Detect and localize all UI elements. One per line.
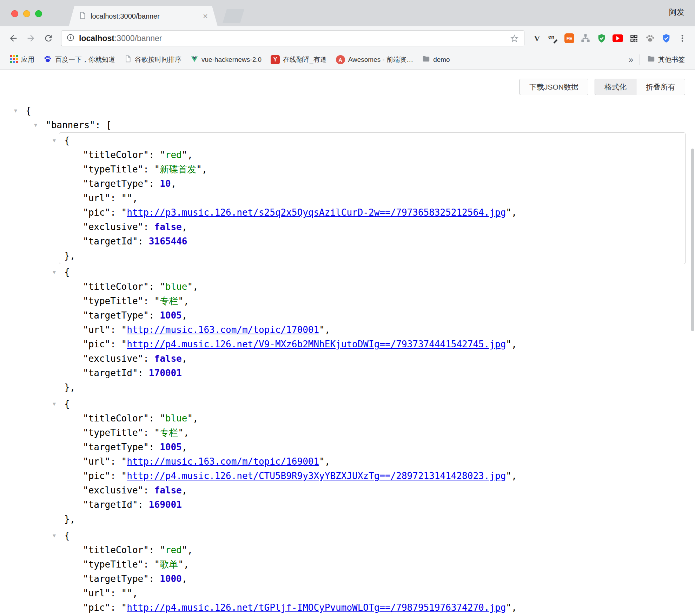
qrcode-extension-icon[interactable] (628, 32, 640, 45)
format-collapse-group: 格式化 折叠所有 (595, 79, 685, 95)
bookmark-baidu[interactable]: 百度一下，你就知道 (39, 53, 120, 67)
bookmark-awesomes[interactable]: A Awesomes - 前端资… (331, 53, 418, 67)
json-property: "targetId": 169001 (59, 498, 685, 512)
new-tab-button[interactable] (223, 9, 244, 23)
json-punctuation: : (110, 471, 121, 481)
bookmark-demo-folder[interactable]: demo (418, 53, 455, 67)
browser-tab[interactable]: localhost:3000/banner × (69, 6, 218, 26)
json-punctuation: , (187, 545, 193, 555)
json-property: "targetType": 1005, (59, 308, 685, 323)
json-string-value: 专栏 (160, 427, 178, 438)
page-icon (124, 55, 132, 64)
green-shield-extension-icon[interactable] (595, 32, 608, 45)
collapse-toggle-icon[interactable]: ▼ (53, 397, 56, 411)
tab-close-icon[interactable]: × (203, 12, 208, 20)
back-button[interactable] (6, 31, 20, 45)
json-punctuation: " (121, 339, 127, 349)
page-info-icon[interactable] (66, 33, 75, 43)
reload-button[interactable] (41, 31, 55, 45)
json-object-open: ▼{ (59, 529, 685, 543)
page-content: 下载JSON数据 格式化 折叠所有 ▼{▼"banners": [▼{"titl… (0, 70, 695, 616)
json-url-link[interactable]: http://p3.music.126.net/s25q2x5QyqsAzilC… (127, 207, 506, 218)
format-button[interactable]: 格式化 (595, 79, 636, 95)
json-punctuation: : (110, 207, 121, 218)
minimize-window-button[interactable] (23, 10, 30, 17)
youtube-extension-icon[interactable] (611, 32, 624, 45)
json-punctuation: " (154, 427, 160, 438)
url-path: :3000/banner (114, 34, 162, 43)
json-url-link[interactable]: http://music.163.com/m/topic/170001 (127, 325, 319, 335)
json-key: "targetType" (83, 178, 149, 189)
json-key: "banners" (46, 120, 95, 130)
json-punctuation: , (193, 413, 198, 424)
translate-extension-icon[interactable]: en (547, 32, 560, 45)
json-url-link[interactable]: http://p4.music.126.net/tGPljf-IMOCyPvum… (127, 602, 506, 613)
json-punctuation: , (132, 193, 138, 203)
collapse-toggle-icon[interactable]: ▼ (53, 265, 56, 280)
json-punctuation: : (143, 164, 154, 175)
address-bar[interactable]: localhost:3000/banner (61, 30, 524, 46)
vimium-extension-icon[interactable]: V (531, 32, 543, 45)
json-key: "pic" (83, 471, 110, 481)
json-url-link[interactable]: http://p4.music.126.net/CTU5B9R9y3XyYBZX… (127, 471, 506, 481)
bookmark-vue-hackernews[interactable]: vue-hackernews-2.0 (186, 53, 266, 67)
paw-extension-icon[interactable] (644, 32, 656, 45)
json-punctuation: " (121, 602, 127, 613)
collapse-toggle-icon[interactable]: ▼ (14, 104, 17, 118)
json-object-open: ▼{ (59, 133, 685, 148)
json-array-open: ▼"banners": [ (0, 118, 695, 132)
json-punctuation: , (187, 150, 193, 160)
json-banner-item: ▼{"titleColor": "red","typeTitle": "新碟首发… (59, 132, 686, 264)
collapse-toggle-icon[interactable]: ▼ (53, 133, 56, 148)
scrollbar-thumb[interactable] (691, 149, 694, 331)
json-punctuation: " (187, 281, 193, 292)
baidu-paw-icon (44, 55, 52, 65)
collapse-toggle-icon[interactable]: ▼ (34, 118, 37, 132)
json-punctuation: { (64, 135, 70, 146)
json-punctuation: " (154, 164, 160, 175)
bookmark-apps[interactable]: 应用 (6, 53, 39, 67)
json-punctuation: " (182, 545, 187, 555)
json-punctuation: , (325, 325, 330, 335)
json-key: "exclusive" (83, 485, 143, 496)
json-punctuation: : (110, 456, 121, 467)
download-json-button[interactable]: 下载JSON数据 (519, 79, 588, 95)
fehelper-extension-icon[interactable]: FE (563, 32, 576, 45)
json-key: "exclusive" (83, 222, 143, 232)
maximize-window-button[interactable] (35, 10, 42, 17)
json-punctuation: , (325, 456, 330, 467)
collapse-toggle-icon[interactable]: ▼ (53, 529, 56, 543)
json-banner-item: ▼{"titleColor": "red","typeTitle": "歌单",… (59, 527, 686, 616)
json-punctuation: " (506, 339, 511, 349)
json-property: "pic": "http://p3.music.126.net/s25q2x5Q… (59, 205, 685, 220)
bookmark-youdao-translate[interactable]: Y 在线翻译_有道 (266, 53, 331, 67)
json-punctuation: }, (64, 382, 75, 393)
json-key: "pic" (83, 602, 110, 613)
forward-button[interactable] (24, 31, 38, 45)
blue-shield-extension-icon[interactable] (660, 32, 673, 45)
url-text: localhost:3000/banner (79, 34, 162, 43)
collapse-all-button[interactable]: 折叠所有 (636, 79, 685, 95)
json-punctuation: : (143, 485, 154, 496)
json-punctuation: , (182, 442, 187, 452)
bookmark-star-icon[interactable] (510, 34, 519, 43)
browser-menu-icon[interactable] (676, 32, 689, 45)
json-punctuation: , (193, 281, 198, 292)
json-punctuation: : (149, 574, 160, 584)
json-punctuation: , (202, 164, 207, 175)
tab-strip: localhost:3000/banner × 阿发 (0, 0, 695, 26)
json-key: "titleColor" (83, 413, 149, 424)
json-url-link[interactable]: http://p4.music.126.net/V9-MXz6b2MNhEKju… (127, 339, 506, 349)
other-bookmarks-folder[interactable]: 其他书签 (643, 53, 689, 67)
json-punctuation: : (110, 193, 121, 203)
json-string-value: red (165, 150, 182, 160)
json-url-link[interactable]: http://music.163.com/m/topic/169001 (127, 456, 319, 467)
json-key: "url" (83, 193, 110, 203)
org-chart-extension-icon[interactable] (579, 32, 592, 45)
close-window-button[interactable] (11, 10, 18, 17)
json-tree: ▼{▼"banners": [▼{"titleColor": "red","ty… (0, 70, 695, 616)
bookmark-google-sort[interactable]: 谷歌按时间排序 (120, 53, 186, 67)
bookmarks-overflow-chevron[interactable]: » (625, 55, 637, 65)
json-property: "pic": "http://p4.music.126.net/CTU5B9R9… (59, 469, 685, 483)
json-punctuation: : (149, 281, 160, 292)
